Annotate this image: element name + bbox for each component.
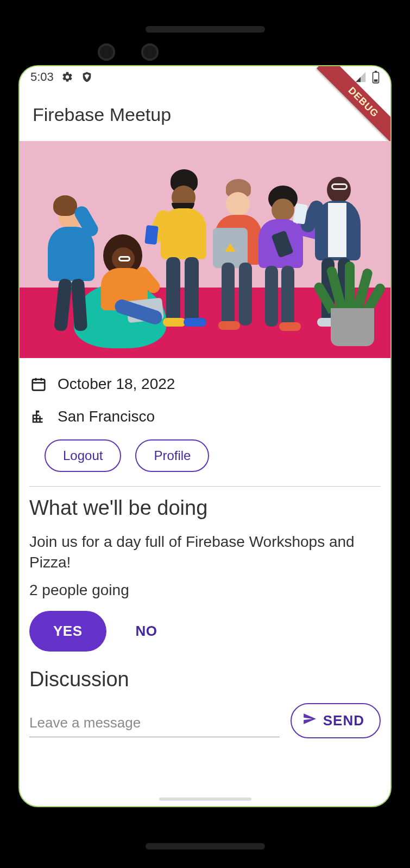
rsvp-yes-button[interactable]: YES bbox=[29, 611, 106, 652]
app-bar: Firebase Meetup bbox=[20, 88, 390, 141]
svg-rect-2 bbox=[374, 79, 378, 81]
svg-rect-1 bbox=[375, 71, 377, 73]
svg-rect-3 bbox=[33, 379, 45, 390]
calendar-icon bbox=[29, 376, 48, 392]
event-date: October 18, 2022 bbox=[58, 375, 175, 393]
content-area: October 18, 2022 San Francisco Logout Pr… bbox=[20, 358, 390, 738]
home-indicator bbox=[159, 797, 251, 801]
status-time: 5:03 bbox=[30, 70, 54, 84]
message-input[interactable] bbox=[29, 704, 280, 737]
send-icon bbox=[302, 712, 317, 730]
about-heading: What we'll be doing bbox=[29, 496, 381, 520]
going-count: 2 people going bbox=[29, 582, 381, 599]
about-description: Join us for a day full of Firebase Works… bbox=[29, 532, 381, 573]
profile-button[interactable]: Profile bbox=[135, 439, 209, 472]
phone-camera bbox=[98, 43, 115, 61]
wifi-icon bbox=[335, 71, 349, 83]
event-date-row: October 18, 2022 bbox=[29, 368, 381, 400]
logout-button[interactable]: Logout bbox=[45, 439, 121, 472]
phone-frame: 5:03 DEBUG bbox=[0, 0, 410, 868]
shield-icon bbox=[81, 71, 93, 83]
hero-image bbox=[20, 141, 390, 358]
divider bbox=[29, 486, 381, 487]
phone-speaker-top bbox=[146, 26, 265, 33]
event-location-row: San Francisco bbox=[29, 400, 381, 433]
cellular-icon bbox=[355, 71, 367, 83]
send-button[interactable]: SEND bbox=[291, 703, 381, 738]
page-title: Firebase Meetup bbox=[33, 104, 171, 125]
screen: 5:03 DEBUG bbox=[18, 65, 392, 807]
city-icon bbox=[29, 409, 48, 425]
rsvp-no-button[interactable]: NO bbox=[130, 611, 163, 652]
status-bar: 5:03 bbox=[20, 66, 390, 88]
discussion-heading: Discussion bbox=[29, 668, 381, 691]
message-row: SEND bbox=[29, 703, 381, 738]
phone-speaker-bottom bbox=[146, 843, 265, 850]
phone-camera bbox=[141, 43, 159, 61]
event-location: San Francisco bbox=[58, 408, 155, 425]
auth-button-row: Logout Profile bbox=[29, 433, 381, 486]
gear-icon bbox=[61, 71, 73, 83]
battery-icon bbox=[372, 71, 380, 84]
send-button-label: SEND bbox=[323, 712, 364, 729]
rsvp-row: YES NO bbox=[29, 611, 381, 652]
